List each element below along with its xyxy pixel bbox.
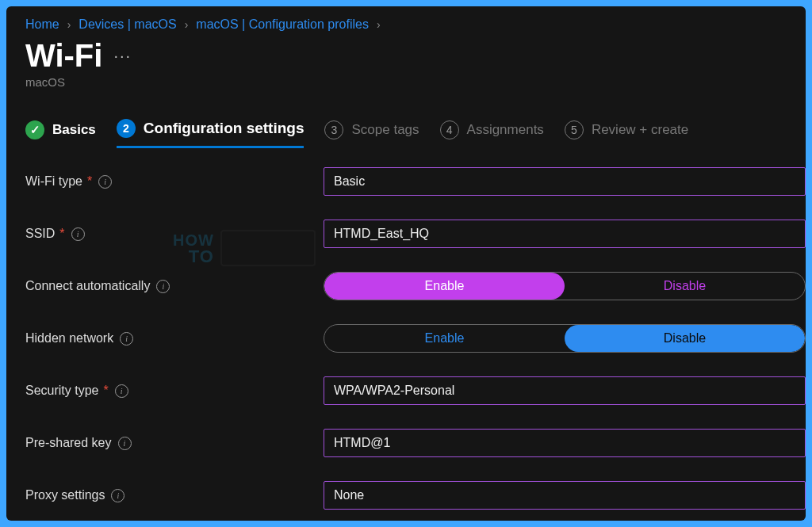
row-pre-shared-key: Pre-shared key i HTMD@1 bbox=[25, 429, 806, 457]
security-type-select[interactable]: WPA/WPA2-Personal bbox=[324, 376, 806, 405]
hidden-network-label: Hidden network bbox=[25, 331, 113, 346]
required-indicator: * bbox=[103, 384, 108, 398]
tab-assignments[interactable]: 4 Assignments bbox=[440, 120, 544, 147]
page-title: Wi-Fi bbox=[25, 38, 102, 74]
breadcrumb-devices[interactable]: Devices | macOS bbox=[79, 17, 176, 32]
wifi-type-label: Wi-Fi type bbox=[25, 174, 82, 189]
info-icon[interactable]: i bbox=[98, 175, 112, 189]
tab-review-create[interactable]: 5 Review + create bbox=[565, 120, 688, 147]
row-security-type: Security type * i WPA/WPA2-Personal bbox=[25, 376, 806, 405]
wifi-type-select[interactable]: Basic bbox=[324, 167, 806, 196]
row-hidden-network: Hidden network i Enable Disable bbox=[25, 324, 806, 353]
row-wifi-type: Wi-Fi type * i Basic bbox=[25, 167, 806, 196]
tab-step-number: 5 bbox=[565, 120, 584, 139]
page-subtitle: macOS bbox=[6, 74, 806, 89]
tab-basics-label: Basics bbox=[52, 122, 96, 138]
hidden-enable[interactable]: Enable bbox=[324, 325, 565, 352]
ssid-input[interactable]: HTMD_East_HQ bbox=[324, 220, 806, 248]
tab-configuration-settings[interactable]: 2 Configuration settings bbox=[117, 119, 304, 148]
tab-scope-label: Scope tags bbox=[351, 122, 419, 138]
proxy-label: Proxy settings bbox=[25, 488, 105, 502]
connect-auto-enable[interactable]: Enable bbox=[324, 273, 565, 300]
tab-step-number: 3 bbox=[324, 120, 343, 139]
tab-assign-label: Assignments bbox=[467, 122, 544, 138]
connect-auto-toggle[interactable]: Enable Disable bbox=[324, 272, 806, 300]
tab-review-label: Review + create bbox=[592, 122, 688, 138]
breadcrumb: Home › Devices | macOS › macOS | Configu… bbox=[6, 17, 806, 32]
config-profile-page: Home › Devices | macOS › macOS | Configu… bbox=[6, 6, 806, 521]
tab-step-number: 4 bbox=[440, 120, 459, 139]
row-ssid: SSID * i HTMD_East_HQ bbox=[25, 220, 806, 248]
psk-input[interactable]: HTMD@1 bbox=[324, 429, 806, 457]
check-icon: ✓ bbox=[30, 123, 40, 137]
wizard-tabs: ✓ Basics 2 Configuration settings 3 Scop… bbox=[6, 89, 806, 148]
hidden-network-toggle[interactable]: Enable Disable bbox=[324, 324, 806, 353]
breadcrumb-profiles[interactable]: macOS | Configuration profiles bbox=[196, 17, 369, 32]
info-icon[interactable]: i bbox=[120, 332, 133, 346]
security-type-label: Security type bbox=[25, 384, 98, 398]
info-icon[interactable]: i bbox=[118, 437, 132, 450]
info-icon[interactable]: i bbox=[115, 384, 128, 398]
chevron-right-icon: › bbox=[67, 18, 71, 31]
connect-auto-disable[interactable]: Disable bbox=[565, 273, 805, 300]
info-icon[interactable]: i bbox=[111, 489, 124, 502]
tab-scope-tags[interactable]: 3 Scope tags bbox=[324, 120, 419, 147]
hidden-disable[interactable]: Disable bbox=[565, 325, 805, 352]
chevron-right-icon: › bbox=[185, 18, 189, 31]
tab-step-number: 2 bbox=[117, 119, 136, 138]
psk-label: Pre-shared key bbox=[25, 436, 112, 450]
row-proxy-settings: Proxy settings i None bbox=[25, 481, 806, 510]
info-icon[interactable]: i bbox=[156, 280, 170, 293]
required-indicator: * bbox=[59, 227, 64, 241]
ssid-label: SSID bbox=[25, 227, 55, 241]
row-connect-automatically: Connect automatically i Enable Disable bbox=[25, 272, 806, 300]
chevron-right-icon: › bbox=[377, 18, 381, 31]
tab-basics[interactable]: ✓ Basics bbox=[25, 120, 96, 147]
proxy-select[interactable]: None bbox=[324, 481, 806, 510]
connect-auto-label: Connect automatically bbox=[25, 279, 150, 293]
breadcrumb-home[interactable]: Home bbox=[25, 17, 59, 32]
tab-config-label: Configuration settings bbox=[144, 120, 304, 137]
config-form: Wi-Fi type * i Basic SSID * i HTMD_East_… bbox=[6, 148, 806, 510]
required-indicator: * bbox=[87, 174, 92, 189]
info-icon[interactable]: i bbox=[71, 227, 85, 241]
more-actions-button[interactable]: ··· bbox=[113, 47, 132, 65]
